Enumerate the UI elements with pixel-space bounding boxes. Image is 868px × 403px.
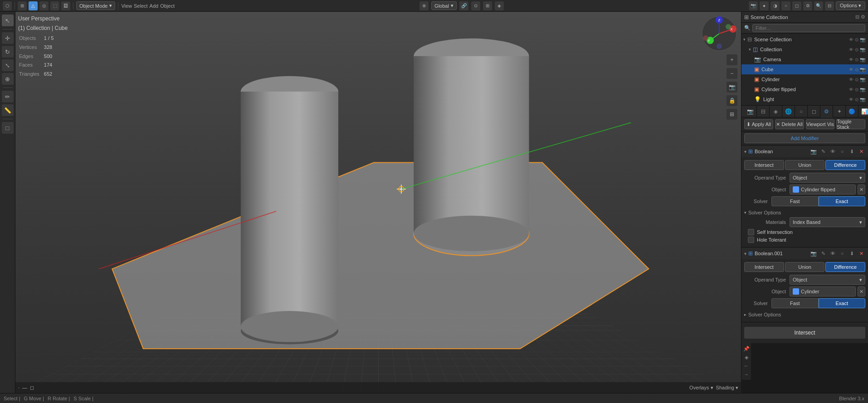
rt-pin-icon[interactable]: 📌 [743, 345, 750, 352]
col-visibility-icon[interactable]: 👁 [849, 47, 853, 52]
camera-icon[interactable]: 📷 [727, 82, 737, 92]
grid-icon[interactable]: ⊞ [727, 109, 737, 120]
outliner-settings-icon[interactable]: ⚙ [861, 14, 865, 20]
annotate-icon[interactable]: ✏ [2, 91, 14, 102]
render-icon[interactable]: 📷 [749, 1, 758, 10]
zoom-out-icon[interactable]: − [727, 68, 737, 79]
viewport-vis-button[interactable]: Viewport Vis [806, 119, 835, 129]
cursor-icon[interactable]: ⊕ [419, 1, 429, 10]
cylf-render-icon[interactable]: 📷 [860, 87, 865, 92]
object-select-2[interactable]: Cylinder [790, 286, 856, 296]
search-icon[interactable]: 🔍 [814, 1, 823, 10]
tab-object[interactable]: ◻ [808, 105, 820, 118]
union-button-1[interactable]: Union [785, 160, 825, 170]
boolean-modifier-header[interactable]: ▾ ⊞ Boolean 📷 ✎ 👁 ○ ⬇ ✕ [741, 146, 868, 157]
solver-fast-btn-2[interactable]: Fast [771, 298, 819, 308]
boolean-apply-icon[interactable]: ⬇ [848, 147, 856, 155]
difference-button-1[interactable]: Difference [825, 160, 865, 170]
tab-particles[interactable]: ✦ [833, 105, 846, 118]
cylf-visibility-icon[interactable]: 👁 [849, 87, 853, 92]
viewport-gizmo[interactable]: X Y Z [701, 15, 737, 52]
toggle-stack-button[interactable]: Toggle Stack [836, 119, 865, 129]
scale-tool-icon[interactable]: ⤡ [2, 59, 14, 71]
tab-render[interactable]: 📷 [744, 105, 757, 118]
outliner-filter-icon[interactable]: ⊟ [855, 14, 859, 20]
add-modifier-button[interactable]: Add Modifier [744, 133, 865, 143]
boolean001-edit-icon[interactable]: ✎ [819, 249, 827, 257]
outliner-item-cube[interactable]: ▣ Cube 👁 ⊙ 📷 [741, 64, 868, 74]
lock-icon[interactable]: 🔒 [727, 95, 737, 106]
zoom-in-icon[interactable]: + [727, 54, 737, 65]
visibility-icon[interactable]: 👁 [849, 37, 853, 42]
boolean-render-icon[interactable]: ○ [838, 147, 846, 155]
solver-exact-btn-2[interactable]: Exact [819, 298, 866, 308]
solver-options-header-1[interactable]: ▾ Solver Options [744, 208, 865, 217]
viewport-shading-solid[interactable]: ● [760, 1, 769, 10]
cam-viewport-icon[interactable]: ⊙ [855, 57, 858, 62]
select-tool-icon[interactable]: ↖ [2, 15, 14, 26]
proportional-icon[interactable]: ⊙ [471, 1, 480, 10]
tab-physics[interactable]: 🔵 [846, 105, 858, 118]
object-menu[interactable]: Object [160, 3, 175, 9]
collapse-arrow[interactable]: ▾ [743, 37, 746, 42]
select-menu[interactable]: Select [134, 3, 148, 9]
object-select-1[interactable]: Cylinder flipped [790, 185, 856, 194]
boolean001-vis-icon[interactable]: 👁 [829, 249, 837, 257]
viewport-shading-material[interactable]: ◑ [770, 1, 780, 10]
intersect-large-button[interactable]: Intersect [744, 327, 865, 339]
vp-overlay-btn[interactable]: Overlays ▾ [689, 385, 713, 391]
hole-tolerant-checkbox[interactable] [748, 237, 754, 243]
solver-exact-btn-1[interactable]: Exact [819, 196, 866, 206]
measure-icon[interactable]: 📏 [2, 104, 14, 116]
filter-icon[interactable]: ⊟ [825, 1, 834, 10]
tab-output[interactable]: ⊟ [757, 105, 770, 118]
rt-forward-icon[interactable]: → [743, 371, 750, 378]
cube-render-icon[interactable]: 📷 [860, 67, 865, 72]
render-icon[interactable]: 📷 [860, 37, 865, 42]
light-visibility-icon[interactable]: 👁 [849, 97, 853, 102]
boolean-edit-icon[interactable]: ✎ [819, 147, 827, 155]
uv-icon[interactable]: ⬚ [50, 1, 59, 10]
outliner-item-light[interactable]: 💡 Light 👁 ⊙ 📷 [741, 94, 868, 104]
boolean-collapse-arrow[interactable]: ▾ [744, 149, 746, 154]
vp-select-mode-vertex[interactable]: · [18, 385, 20, 390]
rt-back-icon[interactable]: ← [743, 362, 750, 369]
texture-icon[interactable]: 🖼 [61, 1, 70, 10]
tab-data[interactable]: 📊 [858, 105, 868, 118]
outliner-item-cylinder[interactable]: ▣ Cylinder 👁 ⊙ 📷 [741, 74, 868, 84]
intersect-button-2[interactable]: Intersect [744, 262, 784, 272]
outliner-search-input[interactable] [752, 24, 865, 32]
light-viewport-icon[interactable]: ⊙ [855, 97, 858, 102]
viewport-shading-wireframe[interactable]: ◻ [792, 1, 801, 10]
col-viewport-icon[interactable]: ⊙ [855, 47, 858, 52]
layout-icon[interactable]: ⊞ [18, 1, 27, 10]
boolean001-modifier-header[interactable]: ▾ ⊞ Boolean.001 📷 ✎ 👁 ○ ⬇ ✕ [741, 248, 868, 259]
transform-dropdown[interactable]: Global ▾ [431, 1, 457, 10]
rotate-tool-icon[interactable]: ↻ [2, 46, 14, 58]
operand-type-dropdown-2[interactable]: Object ▾ [790, 275, 865, 285]
materials-dropdown[interactable]: Index Based ▾ [790, 217, 865, 227]
object-clear-1[interactable]: ✕ [858, 185, 865, 194]
apply-all-button[interactable]: ⬇ Apply All [744, 119, 773, 129]
vp-select-mode-edge[interactable]: — [22, 385, 27, 390]
intersect-button-1[interactable]: Intersect [744, 160, 784, 170]
vp-shading-btn[interactable]: Shading ▾ [716, 385, 738, 391]
vp-select-mode-face[interactable]: ◻ [30, 385, 34, 391]
rt-nav-icon[interactable]: ◈ [743, 354, 750, 361]
tab-view-layer[interactable]: ◈ [770, 105, 782, 118]
viewport-icon[interactable]: ⊙ [855, 37, 858, 42]
grid-icon[interactable]: ⊞ [483, 1, 492, 10]
cyl-visibility-icon[interactable]: 👁 [849, 77, 853, 82]
blender-logo[interactable]: ⬡ [3, 1, 12, 10]
boolean001-render-icon[interactable]: ○ [838, 249, 846, 257]
boolean-vis-icon[interactable]: 👁 [829, 147, 837, 155]
difference-button-2[interactable]: Difference [825, 262, 865, 272]
cam-visibility-icon[interactable]: 👁 [849, 57, 853, 62]
operand-type-dropdown-1[interactable]: Object ▾ [790, 173, 865, 183]
move-tool-icon[interactable]: ✛ [2, 32, 14, 44]
union-button-2[interactable]: Union [785, 262, 825, 272]
col-render-icon[interactable]: 📷 [860, 47, 865, 52]
viewport-shading-rendered[interactable]: ○ [781, 1, 790, 10]
outliner-item-scene-collection[interactable]: ▾ ⊟ Scene Collection 👁 ⊙ 📷 [741, 34, 868, 44]
cyl-render-icon[interactable]: 📷 [860, 77, 865, 82]
